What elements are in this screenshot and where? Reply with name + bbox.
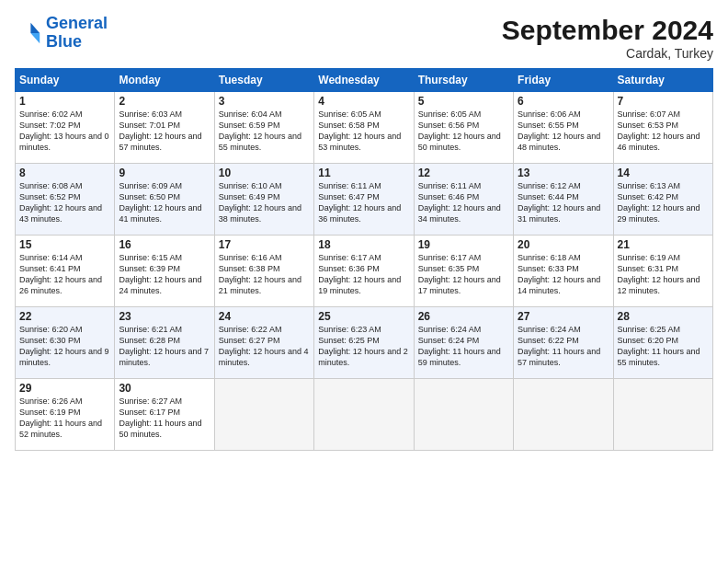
day-info: Sunrise: 6:27 AMSunset: 6:17 PMDaylight:… [119, 396, 210, 441]
day-number: 4 [318, 95, 409, 108]
day-number: 13 [518, 167, 609, 179]
day-number: 7 [618, 95, 709, 108]
col-header-tuesday: Tuesday [214, 69, 313, 92]
col-header-sunday: Sunday [16, 69, 115, 92]
day-info: Sunrise: 6:05 AMSunset: 6:56 PMDaylight:… [418, 109, 509, 154]
calendar-cell: 27Sunrise: 6:24 AMSunset: 6:22 PMDayligh… [514, 307, 613, 379]
calendar-cell: 7Sunrise: 6:07 AMSunset: 6:53 PMDaylight… [613, 92, 712, 164]
page: General Blue September 2024 Cardak, Turk… [0, 0, 728, 563]
day-info: Sunrise: 6:23 AMSunset: 6:25 PMDaylight:… [318, 324, 409, 369]
day-info: Sunrise: 6:26 AMSunset: 6:19 PMDaylight:… [19, 396, 110, 441]
day-info: Sunrise: 6:24 AMSunset: 6:22 PMDaylight:… [518, 324, 609, 369]
calendar-cell: 28Sunrise: 6:25 AMSunset: 6:20 PMDayligh… [613, 307, 712, 379]
col-header-thursday: Thursday [414, 69, 513, 92]
day-info: Sunrise: 6:19 AMSunset: 6:31 PMDaylight:… [618, 252, 709, 297]
svg-marker-1 [30, 33, 40, 43]
calendar-cell: 16Sunrise: 6:15 AMSunset: 6:39 PMDayligh… [115, 236, 214, 307]
day-info: Sunrise: 6:15 AMSunset: 6:39 PMDaylight:… [119, 252, 210, 297]
logo-line2: Blue [46, 32, 82, 51]
calendar-cell [314, 379, 414, 451]
day-number: 8 [19, 167, 110, 179]
logo: General Blue [15, 15, 108, 52]
calendar-week-4: 22Sunrise: 6:20 AMSunset: 6:30 PMDayligh… [16, 307, 713, 379]
day-info: Sunrise: 6:25 AMSunset: 6:20 PMDaylight:… [618, 324, 709, 369]
day-number: 10 [219, 167, 310, 179]
day-info: Sunrise: 6:08 AMSunset: 6:52 PMDaylight:… [19, 180, 110, 225]
day-number: 2 [119, 95, 210, 108]
calendar-cell: 1Sunrise: 6:02 AMSunset: 7:02 PMDaylight… [16, 92, 115, 164]
calendar-week-3: 15Sunrise: 6:14 AMSunset: 6:41 PMDayligh… [16, 236, 713, 307]
calendar-cell: 25Sunrise: 6:23 AMSunset: 6:25 PMDayligh… [314, 307, 414, 379]
day-info: Sunrise: 6:12 AMSunset: 6:44 PMDaylight:… [518, 180, 609, 225]
svg-marker-0 [30, 23, 40, 33]
calendar-cell: 22Sunrise: 6:20 AMSunset: 6:30 PMDayligh… [16, 307, 115, 379]
calendar-cell: 12Sunrise: 6:11 AMSunset: 6:46 PMDayligh… [414, 164, 513, 236]
day-info: Sunrise: 6:07 AMSunset: 6:53 PMDaylight:… [618, 109, 709, 154]
day-info: Sunrise: 6:09 AMSunset: 6:50 PMDaylight:… [119, 180, 210, 225]
calendar-cell: 14Sunrise: 6:13 AMSunset: 6:42 PMDayligh… [613, 164, 712, 236]
day-number: 30 [119, 382, 210, 395]
header: General Blue September 2024 Cardak, Turk… [15, 15, 713, 61]
day-info: Sunrise: 6:11 AMSunset: 6:47 PMDaylight:… [318, 180, 409, 225]
day-info: Sunrise: 6:06 AMSunset: 6:55 PMDaylight:… [518, 109, 609, 154]
calendar-week-5: 29Sunrise: 6:26 AMSunset: 6:19 PMDayligh… [16, 379, 713, 451]
day-info: Sunrise: 6:24 AMSunset: 6:24 PMDaylight:… [418, 324, 509, 369]
title-block: September 2024 Cardak, Turkey [502, 15, 713, 61]
calendar-cell: 17Sunrise: 6:16 AMSunset: 6:38 PMDayligh… [214, 236, 313, 307]
day-number: 1 [19, 95, 110, 108]
calendar-cell: 8Sunrise: 6:08 AMSunset: 6:52 PMDaylight… [16, 164, 115, 236]
calendar-cell: 29Sunrise: 6:26 AMSunset: 6:19 PMDayligh… [16, 379, 115, 451]
day-number: 14 [618, 167, 709, 179]
calendar-cell [414, 379, 513, 451]
calendar-cell [214, 379, 313, 451]
calendar-cell: 2Sunrise: 6:03 AMSunset: 7:01 PMDaylight… [115, 92, 214, 164]
day-number: 26 [418, 310, 509, 323]
calendar-cell: 20Sunrise: 6:18 AMSunset: 6:33 PMDayligh… [514, 236, 613, 307]
day-number: 12 [418, 167, 509, 179]
day-info: Sunrise: 6:02 AMSunset: 7:02 PMDaylight:… [19, 109, 110, 154]
day-info: Sunrise: 6:03 AMSunset: 7:01 PMDaylight:… [119, 109, 210, 154]
col-header-saturday: Saturday [613, 69, 712, 92]
day-info: Sunrise: 6:17 AMSunset: 6:35 PMDaylight:… [418, 252, 509, 297]
calendar-week-1: 1Sunrise: 6:02 AMSunset: 7:02 PMDaylight… [16, 92, 713, 164]
day-info: Sunrise: 6:04 AMSunset: 6:59 PMDaylight:… [219, 109, 310, 154]
day-info: Sunrise: 6:05 AMSunset: 6:58 PMDaylight:… [318, 109, 409, 154]
calendar-cell: 30Sunrise: 6:27 AMSunset: 6:17 PMDayligh… [115, 379, 214, 451]
day-info: Sunrise: 6:13 AMSunset: 6:42 PMDaylight:… [618, 180, 709, 225]
calendar-cell: 19Sunrise: 6:17 AMSunset: 6:35 PMDayligh… [414, 236, 513, 307]
calendar-cell: 21Sunrise: 6:19 AMSunset: 6:31 PMDayligh… [613, 236, 712, 307]
calendar-week-2: 8Sunrise: 6:08 AMSunset: 6:52 PMDaylight… [16, 164, 713, 236]
day-info: Sunrise: 6:17 AMSunset: 6:36 PMDaylight:… [318, 252, 409, 297]
day-number: 3 [219, 95, 310, 108]
logo-icon [17, 20, 42, 46]
day-number: 15 [19, 238, 110, 251]
day-number: 9 [119, 167, 210, 179]
day-number: 17 [219, 238, 310, 251]
day-info: Sunrise: 6:14 AMSunset: 6:41 PMDaylight:… [19, 252, 110, 297]
day-number: 28 [618, 310, 709, 323]
day-info: Sunrise: 6:20 AMSunset: 6:30 PMDaylight:… [19, 324, 110, 369]
day-number: 24 [219, 310, 310, 323]
calendar-cell [613, 379, 712, 451]
day-info: Sunrise: 6:10 AMSunset: 6:49 PMDaylight:… [219, 180, 310, 225]
day-number: 11 [318, 167, 409, 179]
calendar-cell: 10Sunrise: 6:10 AMSunset: 6:49 PMDayligh… [214, 164, 313, 236]
calendar-cell: 9Sunrise: 6:09 AMSunset: 6:50 PMDaylight… [115, 164, 214, 236]
calendar-cell: 11Sunrise: 6:11 AMSunset: 6:47 PMDayligh… [314, 164, 414, 236]
day-number: 6 [518, 95, 609, 108]
month-title: September 2024 [502, 15, 713, 46]
day-number: 16 [119, 238, 210, 251]
day-number: 23 [119, 310, 210, 323]
calendar-cell: 6Sunrise: 6:06 AMSunset: 6:55 PMDaylight… [514, 92, 613, 164]
day-info: Sunrise: 6:11 AMSunset: 6:46 PMDaylight:… [418, 180, 509, 225]
col-header-friday: Friday [514, 69, 613, 92]
calendar-cell [514, 379, 613, 451]
day-number: 19 [418, 238, 509, 251]
calendar-table: SundayMondayTuesdayWednesdayThursdayFrid… [15, 68, 713, 451]
day-info: Sunrise: 6:16 AMSunset: 6:38 PMDaylight:… [219, 252, 310, 297]
col-header-wednesday: Wednesday [314, 69, 414, 92]
calendar-cell: 15Sunrise: 6:14 AMSunset: 6:41 PMDayligh… [16, 236, 115, 307]
day-info: Sunrise: 6:21 AMSunset: 6:28 PMDaylight:… [119, 324, 210, 369]
day-number: 18 [318, 238, 409, 251]
day-number: 5 [418, 95, 509, 108]
